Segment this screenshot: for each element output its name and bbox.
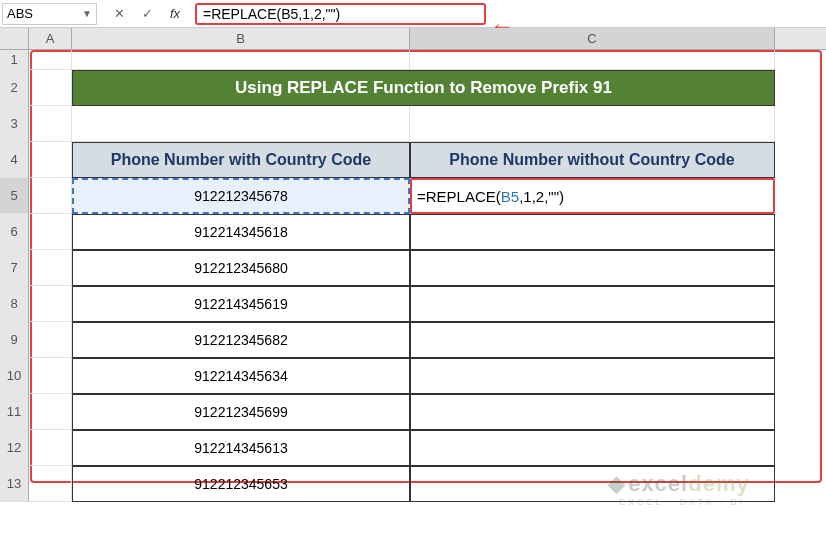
select-all-corner[interactable] bbox=[0, 28, 29, 49]
enter-icon[interactable]: ✓ bbox=[139, 6, 155, 22]
watermark-brand-2: demy bbox=[688, 471, 749, 496]
cell-C8[interactable] bbox=[410, 286, 775, 322]
cell-A10[interactable] bbox=[29, 358, 72, 394]
title-cell[interactable]: Using REPLACE Function to Remove Prefix … bbox=[72, 70, 775, 106]
cell-C5[interactable]: =REPLACE(B5,1,2,"") bbox=[410, 178, 775, 214]
cancel-icon[interactable]: ✕ bbox=[111, 6, 127, 22]
cells-area: Using REPLACE Function to Remove Prefix … bbox=[29, 50, 826, 502]
row-header-4[interactable]: 4 bbox=[0, 142, 29, 178]
row-header-6[interactable]: 6 bbox=[0, 214, 29, 250]
row-header-2[interactable]: 2 bbox=[0, 70, 29, 106]
watermark-tagline: · EXCEL · DATA · BI · bbox=[608, 497, 756, 507]
cell-A7[interactable] bbox=[29, 250, 72, 286]
row-header-12[interactable]: 12 bbox=[0, 430, 29, 466]
cell-C6[interactable] bbox=[410, 214, 775, 250]
grid: A B C 1 2 3 4 5 6 7 8 9 10 11 12 13 bbox=[0, 28, 826, 502]
row-header-7[interactable]: 7 bbox=[0, 250, 29, 286]
formula-prefix: =REPLACE( bbox=[417, 188, 501, 205]
row-header-5[interactable]: 5 bbox=[0, 178, 29, 214]
cell-C3[interactable] bbox=[410, 106, 775, 142]
formula-bar-icons: ✕ ✓ fx bbox=[99, 6, 195, 22]
cell-B11[interactable]: 912212345699 bbox=[72, 394, 410, 430]
col-header-C[interactable]: C bbox=[410, 28, 775, 49]
cell-B10[interactable]: 912214345634 bbox=[72, 358, 410, 394]
watermark-brand-1: excel bbox=[628, 471, 688, 496]
cell-A2[interactable] bbox=[29, 70, 72, 106]
watermark-brand: ◆exceldemy bbox=[608, 471, 756, 497]
cell-C11[interactable] bbox=[410, 394, 775, 430]
cell-C1[interactable] bbox=[410, 50, 775, 70]
cell-B9[interactable]: 912212345682 bbox=[72, 322, 410, 358]
row-header-1[interactable]: 1 bbox=[0, 50, 29, 70]
cell-C7[interactable] bbox=[410, 250, 775, 286]
cell-A13[interactable] bbox=[29, 466, 72, 502]
formula-bar: ABS ▼ ✕ ✓ fx =REPLACE(B5,1,2,"") bbox=[0, 0, 826, 28]
formula-ref: B5 bbox=[501, 188, 519, 205]
row-header-8[interactable]: 8 bbox=[0, 286, 29, 322]
cell-B7[interactable]: 912212345680 bbox=[72, 250, 410, 286]
cell-A1[interactable] bbox=[29, 50, 72, 70]
cell-A6[interactable] bbox=[29, 214, 72, 250]
cell-A12[interactable] bbox=[29, 430, 72, 466]
col-header-B[interactable]: B bbox=[72, 28, 410, 49]
row-header-3[interactable]: 3 bbox=[0, 106, 29, 142]
header-B[interactable]: Phone Number with Country Code bbox=[72, 142, 410, 178]
cell-C10[interactable] bbox=[410, 358, 775, 394]
cell-A4[interactable] bbox=[29, 142, 72, 178]
row-header-13[interactable]: 13 bbox=[0, 466, 29, 502]
row-header-11[interactable]: 11 bbox=[0, 394, 29, 430]
cell-C12[interactable] bbox=[410, 430, 775, 466]
cell-C9[interactable] bbox=[410, 322, 775, 358]
cell-A8[interactable] bbox=[29, 286, 72, 322]
cell-B13[interactable]: 912212345653 bbox=[72, 466, 410, 502]
formula-suffix: ,1,2,"") bbox=[519, 188, 564, 205]
row-header-10[interactable]: 10 bbox=[0, 358, 29, 394]
chevron-down-icon[interactable]: ▼ bbox=[82, 8, 92, 19]
cell-A11[interactable] bbox=[29, 394, 72, 430]
cell-B12[interactable]: 912214345613 bbox=[72, 430, 410, 466]
cell-B8[interactable]: 912214345619 bbox=[72, 286, 410, 322]
row-header-9[interactable]: 9 bbox=[0, 322, 29, 358]
watermark: ◆exceldemy · EXCEL · DATA · BI · bbox=[608, 471, 756, 507]
cell-B3[interactable] bbox=[72, 106, 410, 142]
header-C[interactable]: Phone Number without Country Code bbox=[410, 142, 775, 178]
column-headers: A B C bbox=[0, 28, 826, 50]
watermark-icon: ◆ bbox=[608, 471, 626, 497]
cell-B6[interactable]: 912214345618 bbox=[72, 214, 410, 250]
cell-A3[interactable] bbox=[29, 106, 72, 142]
fx-icon[interactable]: fx bbox=[167, 6, 183, 22]
formula-input[interactable]: =REPLACE(B5,1,2,"") bbox=[195, 3, 486, 25]
cell-A5[interactable] bbox=[29, 178, 72, 214]
col-header-A[interactable]: A bbox=[29, 28, 72, 49]
cell-B1[interactable] bbox=[72, 50, 410, 70]
cell-A9[interactable] bbox=[29, 322, 72, 358]
name-box[interactable]: ABS ▼ bbox=[2, 3, 97, 25]
cell-B5[interactable]: 912212345678 bbox=[72, 178, 410, 214]
row-headers: 1 2 3 4 5 6 7 8 9 10 11 12 13 bbox=[0, 50, 29, 502]
name-box-text: ABS bbox=[7, 6, 82, 21]
